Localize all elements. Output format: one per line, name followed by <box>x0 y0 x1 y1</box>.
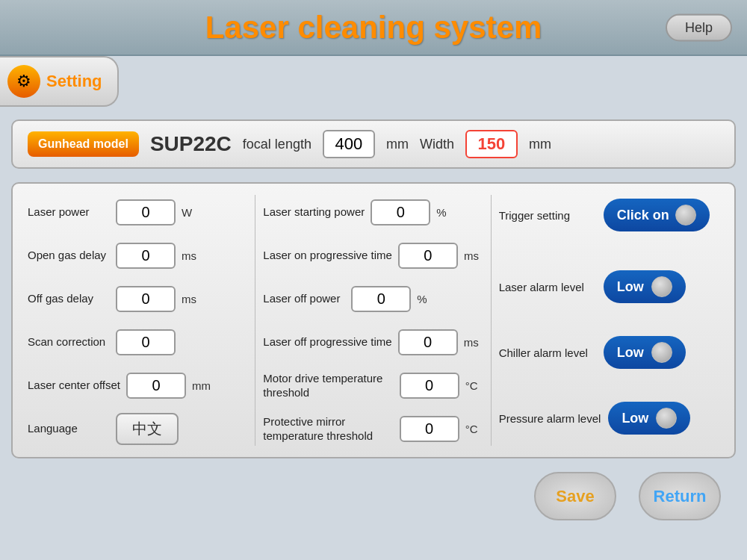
param-col-1: Laser power W Open gas delay ms Off gas … <box>20 195 255 446</box>
laser-off-progressive-label: Laser off progressive time <box>263 335 391 349</box>
setting-tab: ⚙ Setting <box>0 56 119 107</box>
off-gas-delay-unit: ms <box>182 293 199 305</box>
laser-off-progressive-unit: ms <box>464 336 482 349</box>
focal-mm-label: mm <box>386 137 409 152</box>
pressure-alarm-knob <box>656 408 677 429</box>
laser-center-offset-input[interactable] <box>126 373 186 399</box>
page-title: Laser cleaning system <box>205 10 542 46</box>
scan-correction-input[interactable] <box>116 329 176 355</box>
laser-off-power-unit: % <box>417 293 435 305</box>
laser-starting-power-input[interactable] <box>371 199 430 225</box>
language-row: Language 中文 <box>28 411 247 446</box>
laser-off-power-row: Laser off power % <box>263 281 483 316</box>
param-col-2: Laser starting power % Laser on progress… <box>255 195 491 446</box>
laser-alarm-knob <box>651 276 672 297</box>
save-button[interactable]: Save <box>534 472 616 520</box>
gunhead-value: SUP22C <box>150 132 232 156</box>
off-gas-delay-label: Off gas delay <box>28 291 110 306</box>
laser-off-progressive-input[interactable] <box>398 329 458 355</box>
laser-off-progressive-row: Laser off progressive time ms <box>263 325 483 359</box>
focal-length-input[interactable] <box>323 130 375 158</box>
open-gas-delay-input[interactable] <box>116 243 176 269</box>
laser-alarm-level-label: Laser alarm level <box>499 281 596 293</box>
motor-drive-temp-label: Motor drive temperature threshold <box>263 371 393 400</box>
protective-mirror-temp-input[interactable] <box>400 416 459 442</box>
spacer2 <box>499 317 719 322</box>
spacer1 <box>499 246 719 256</box>
language-button[interactable]: 中文 <box>116 413 179 445</box>
spacer3 <box>499 383 719 388</box>
laser-starting-power-label: Laser starting power <box>263 205 365 220</box>
gunhead-model-button[interactable]: Gunhead model <box>28 131 139 157</box>
laser-starting-power-unit: % <box>436 206 454 219</box>
param-col-3: Trigger setting Click on Laser alarm lev… <box>492 195 727 446</box>
trigger-setting-label: Trigger setting <box>499 209 596 222</box>
laser-off-power-label: Laser off power <box>263 291 345 306</box>
off-gas-delay-row: Off gas delay ms <box>28 281 247 316</box>
protective-mirror-temp-row: Protective mirror temperature threshold … <box>263 411 483 446</box>
language-label: Language <box>28 421 110 436</box>
setting-label: Setting <box>46 72 102 91</box>
width-mm-label: mm <box>529 137 551 152</box>
laser-power-unit: W <box>182 206 199 219</box>
motor-drive-temp-row: Motor drive temperature threshold °C <box>263 368 483 402</box>
laser-center-offset-row: Laser center offset mm <box>28 368 247 402</box>
laser-starting-power-row: Laser starting power % <box>263 195 483 229</box>
laser-on-progressive-label: Laser on progressive time <box>263 248 392 263</box>
pressure-alarm-level-row: Pressure alarm level Low <box>499 401 719 435</box>
width-input[interactable] <box>465 130 518 158</box>
laser-center-offset-unit: mm <box>192 379 211 392</box>
pressure-alarm-level-label: Pressure alarm level <box>499 412 601 425</box>
params-area: Laser power W Open gas delay ms Off gas … <box>11 182 736 458</box>
help-button[interactable]: Help <box>666 13 732 41</box>
gear-icon: ⚙ <box>7 65 40 98</box>
protective-mirror-temp-unit: °C <box>465 423 483 435</box>
top-bar: Gunhead model SUP22C focal length mm Wid… <box>11 119 736 169</box>
header: Laser cleaning system Help <box>0 0 747 56</box>
scan-correction-label: Scan correction <box>28 335 110 349</box>
chiller-alarm-level-row: Chiller alarm level Low <box>499 335 719 370</box>
motor-drive-temp-input[interactable] <box>400 373 459 399</box>
laser-on-progressive-row: Laser on progressive time ms <box>263 238 483 273</box>
laser-center-offset-label: Laser center offset <box>28 378 120 393</box>
laser-alarm-level-toggle[interactable]: Low <box>604 270 686 303</box>
laser-off-power-input[interactable] <box>351 286 411 312</box>
main-content: Gunhead model SUP22C focal length mm Wid… <box>11 119 736 520</box>
pressure-alarm-level-toggle[interactable]: Low <box>608 402 690 435</box>
laser-power-label: Laser power <box>28 205 110 220</box>
scan-correction-row: Scan correction <box>28 325 247 359</box>
off-gas-delay-input[interactable] <box>116 286 176 312</box>
open-gas-delay-unit: ms <box>182 249 199 262</box>
chiller-alarm-knob <box>651 342 672 363</box>
laser-on-progressive-unit: ms <box>464 249 482 262</box>
motor-drive-temp-unit: °C <box>465 379 483 392</box>
protective-mirror-temp-label: Protective mirror temperature threshold <box>263 414 393 444</box>
laser-power-row: Laser power W <box>28 195 247 229</box>
trigger-setting-row: Trigger setting Click on <box>499 198 719 232</box>
focal-length-label: focal length <box>243 137 311 152</box>
trigger-knob <box>675 205 696 225</box>
chiller-alarm-level-toggle[interactable]: Low <box>604 336 686 369</box>
trigger-setting-toggle[interactable]: Click on <box>604 199 710 231</box>
laser-alarm-level-row: Laser alarm level Low <box>499 270 719 304</box>
chiller-alarm-level-label: Chiller alarm level <box>499 346 596 359</box>
return-button[interactable]: Return <box>639 472 721 520</box>
open-gas-delay-label: Open gas delay <box>28 248 110 263</box>
width-label: Width <box>420 137 454 152</box>
laser-on-progressive-input[interactable] <box>398 243 458 269</box>
open-gas-delay-row: Open gas delay ms <box>28 238 247 273</box>
laser-power-input[interactable] <box>116 199 176 225</box>
bottom-buttons: Save Return <box>11 472 736 520</box>
